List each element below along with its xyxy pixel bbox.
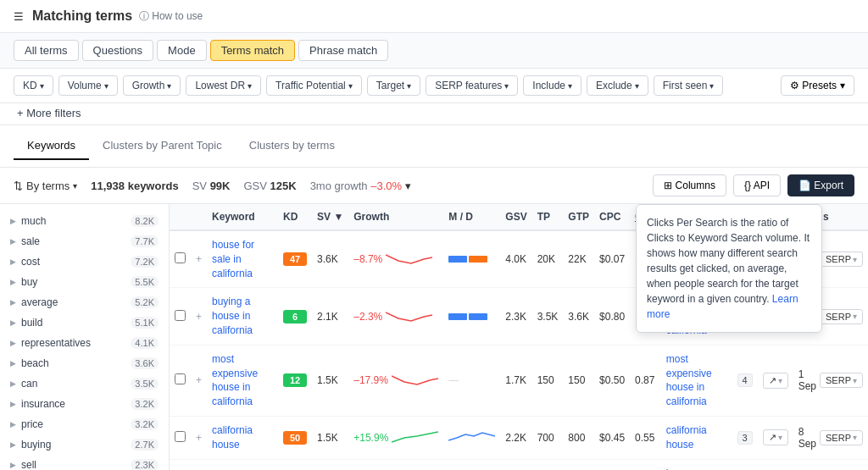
gsv-stat: GSV 125K xyxy=(243,180,296,192)
row-checkbox[interactable] xyxy=(170,345,191,416)
presets-button[interactable]: ⚙ Presets ▾ xyxy=(781,75,854,96)
parent-topic-link[interactable]: home owners insurance company xyxy=(666,467,710,470)
tab-keywords[interactable]: Keywords xyxy=(14,132,89,160)
tab-questions[interactable]: Questions xyxy=(82,40,154,61)
sidebar-item-sale[interactable]: ▶ sale 7.7K xyxy=(0,231,169,252)
sidebar-caret: ▶ xyxy=(10,359,16,368)
row-first-seen: 8 Sep SERP ▾ xyxy=(793,416,868,459)
parent-topic-link[interactable]: california house xyxy=(666,424,707,451)
sidebar-item-average[interactable]: ▶ average 5.2K xyxy=(0,292,169,312)
filter-traffic-potential[interactable]: Traffic Potential ▾ xyxy=(266,75,362,96)
filter-exclude[interactable]: Exclude ▾ xyxy=(587,75,648,96)
row-md xyxy=(443,288,500,345)
sidebar-item-build[interactable]: ▶ build 5.1K xyxy=(0,312,169,333)
growth-stat: 3mo growth –3.0% ▾ xyxy=(310,180,411,192)
th-tp: TP xyxy=(532,204,564,230)
row-growth: +15.9% xyxy=(348,416,443,459)
row-add[interactable]: + xyxy=(191,288,207,345)
filter-growth[interactable]: Growth ▾ xyxy=(123,75,181,96)
row-gsv: 4.0K xyxy=(500,230,531,288)
row-add[interactable]: + xyxy=(191,416,207,459)
sidebar-count: 5.1K xyxy=(131,317,159,329)
row-parent-topic: most expensive house in california xyxy=(661,345,732,416)
row-checkbox[interactable] xyxy=(170,416,191,459)
row-sv: 2.1K xyxy=(312,288,348,345)
row-keyword: house for sale in california xyxy=(207,230,278,288)
filter-include[interactable]: Include ▾ xyxy=(523,75,581,96)
row-trend-btn[interactable]: ↗ ▾ xyxy=(758,459,793,470)
keyword-link[interactable]: most expensive house in california xyxy=(212,353,258,407)
filter-serp-features[interactable]: SERP features ▾ xyxy=(426,75,518,96)
row-kd: 47 xyxy=(278,230,312,288)
sidebar-item-price[interactable]: ▶ price 3.2K xyxy=(0,414,169,434)
tab-clusters-parent[interactable]: Clusters by Parent Topic xyxy=(89,132,236,160)
th-sv: SV ▼ xyxy=(312,204,348,230)
sidebar-label: buy xyxy=(21,276,37,288)
row-tp: 25K xyxy=(532,459,564,470)
row-gsv: 2.2K xyxy=(500,416,531,459)
parent-topic-link[interactable]: most expensive house in california xyxy=(666,353,712,407)
row-growth: –8.7% xyxy=(348,230,443,288)
row-kd: 6 xyxy=(278,288,312,345)
sidebar-item-representatives[interactable]: ▶ representatives 4.1K xyxy=(0,333,169,353)
keyword-link[interactable]: california house xyxy=(212,424,253,451)
th-kd: KD xyxy=(278,204,312,230)
row-trend-btn[interactable]: ↗ ▾ xyxy=(758,416,793,459)
row-cps: N/A xyxy=(630,459,661,470)
sidebar-item-beach[interactable]: ▶ beach 3.6K xyxy=(0,353,169,373)
tab-mode[interactable]: Mode xyxy=(157,40,207,61)
api-button[interactable]: {} API xyxy=(733,174,781,196)
row-sv: 3.6K xyxy=(312,230,348,288)
row-gtp: 800 xyxy=(563,416,594,459)
row-sv: 1.1K xyxy=(312,459,348,470)
row-keyword: california house xyxy=(207,416,278,459)
tab-all-terms[interactable]: All terms xyxy=(14,40,79,61)
sidebar-item-cost[interactable]: ▶ cost 7.2K xyxy=(0,252,169,272)
keyword-link[interactable]: buying a house in california xyxy=(212,296,253,336)
filter-first-seen[interactable]: First seen ▾ xyxy=(654,75,724,96)
filter-lowest-dr[interactable]: Lowest DR ▾ xyxy=(186,75,261,96)
menu-icon[interactable]: ☰ xyxy=(14,10,24,23)
help-link[interactable]: ⓘ How to use xyxy=(139,9,203,24)
export-button[interactable]: 📄 Export xyxy=(787,174,854,196)
filter-kd[interactable]: KD ▾ xyxy=(14,75,53,96)
keyword-link[interactable]: house for sale in california xyxy=(212,239,254,279)
row-kd: 50 xyxy=(278,416,312,459)
tab-clusters-terms[interactable]: Clusters by terms xyxy=(236,132,348,160)
row-add[interactable]: + xyxy=(191,345,207,416)
sidebar-count: 5.5K xyxy=(131,276,159,288)
sidebar-item-much[interactable]: ▶ much 8.2K xyxy=(0,211,169,231)
row-keyword: most expensive house in california xyxy=(207,345,278,416)
row-add[interactable]: + xyxy=(191,230,207,288)
row-trend-btn[interactable]: ↗ ▾ xyxy=(758,345,793,416)
row-kd: 12 xyxy=(278,345,312,416)
row-cps: 0.55 xyxy=(630,416,661,459)
row-first-seen: 1 Sep SERP ▾ xyxy=(793,459,868,470)
more-filters-btn[interactable]: + More filters xyxy=(17,107,854,119)
sidebar-item-buy[interactable]: ▶ buy 5.5K xyxy=(0,272,169,292)
row-checkbox[interactable] xyxy=(170,230,191,288)
learn-more-link[interactable]: Learn more xyxy=(647,293,798,320)
row-checkbox[interactable] xyxy=(170,288,191,345)
by-terms-selector[interactable]: ⇅ By terms ▾ xyxy=(14,180,77,192)
sidebar-item-can[interactable]: ▶ can 3.5K xyxy=(0,373,169,394)
row-parent-topic: california house xyxy=(661,416,732,459)
table-row: + house insurance in california 26 1.1K … xyxy=(170,459,868,470)
th-keyword: Keyword xyxy=(207,204,278,230)
row-gtp: 3.6K xyxy=(563,288,594,345)
sidebar-item-insurance[interactable]: ▶ insurance 3.2K xyxy=(0,394,169,414)
filter-target[interactable]: Target ▾ xyxy=(367,75,420,96)
sidebar-caret: ▶ xyxy=(10,257,16,266)
growth-caret[interactable]: ▾ xyxy=(405,180,411,192)
sidebar-caret: ▶ xyxy=(10,237,16,246)
tab-terms-match[interactable]: Terms match xyxy=(210,40,295,61)
sidebar-item-sell[interactable]: ▶ sell 2.3K xyxy=(0,455,169,470)
row-add[interactable]: + xyxy=(191,459,207,470)
sidebar-item-buying[interactable]: ▶ buying 2.7K xyxy=(0,434,169,455)
sidebar-label: average xyxy=(21,296,58,308)
columns-button[interactable]: ⊞ Columns xyxy=(653,174,726,196)
row-checkbox[interactable] xyxy=(170,459,191,470)
filter-volume[interactable]: Volume ▾ xyxy=(58,75,118,96)
row-gtp: 25K xyxy=(563,459,594,470)
tab-phrase-match[interactable]: Phrase match xyxy=(298,40,388,61)
